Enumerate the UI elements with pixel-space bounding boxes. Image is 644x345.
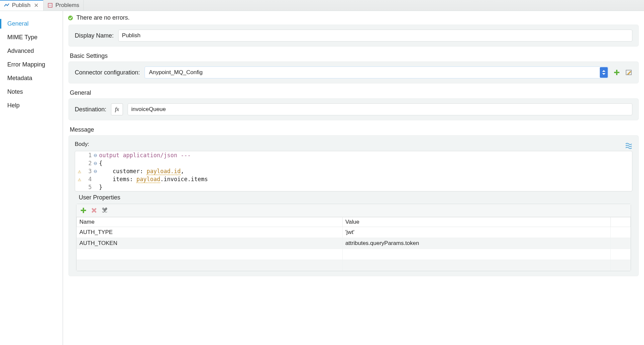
display-name-label: Display Name:: [75, 32, 114, 39]
column-header-name[interactable]: Name: [77, 217, 343, 227]
delete-property-button[interactable]: [90, 207, 98, 214]
tab-publish-label: Publish: [12, 2, 31, 9]
content-pane: There are no errors. Display Name: Basic…: [63, 11, 644, 345]
close-icon[interactable]: ✕: [33, 2, 39, 9]
add-property-button[interactable]: [80, 207, 87, 214]
table-row[interactable]: AUTH_TYPE 'jwt': [77, 227, 631, 238]
destination-input[interactable]: [128, 103, 632, 115]
sidebar-item-metadata[interactable]: Metadata: [0, 71, 62, 85]
fx-button[interactable]: fx: [111, 103, 123, 115]
sidebar-item-advanced[interactable]: Advanced: [0, 44, 62, 58]
general-section-title: General: [63, 88, 644, 98]
tab-problems[interactable]: Problems: [44, 0, 84, 11]
table-row[interactable]: [77, 249, 631, 260]
tools-button[interactable]: [101, 207, 108, 214]
svg-point-2: [51, 5, 51, 6]
svg-point-1: [49, 5, 50, 6]
display-name-group: Display Name:: [68, 25, 639, 47]
tab-publish[interactable]: Publish ✕: [0, 0, 44, 11]
warning-icon: ⚠: [75, 175, 84, 183]
body-label: Body:: [75, 140, 625, 151]
basic-settings-title: Basic Settings: [63, 51, 644, 61]
problems-icon: [48, 3, 53, 8]
user-properties-title: User Properties: [75, 191, 632, 204]
add-config-button[interactable]: [613, 69, 620, 76]
svg-rect-10: [81, 210, 86, 211]
display-name-input[interactable]: [118, 30, 632, 42]
svg-marker-5: [602, 73, 605, 75]
sidebar-item-error-mapping[interactable]: Error Mapping: [0, 58, 62, 71]
message-section-title: Message: [63, 125, 644, 135]
svg-point-3: [68, 15, 73, 20]
tab-problems-label: Problems: [55, 2, 79, 9]
table-row[interactable]: [77, 260, 631, 271]
chevron-updown-icon[interactable]: [600, 67, 608, 78]
connector-config-select[interactable]: Anypoint_MQ_Config: [145, 66, 608, 78]
warning-icon: ⚠: [75, 167, 84, 175]
svg-rect-0: [48, 3, 52, 7]
user-properties-table[interactable]: Name Value AUTH_TYPE 'jwt' AUTH_TOKEN: [76, 217, 631, 271]
status-bar: There are no errors.: [63, 11, 644, 25]
svg-rect-7: [614, 72, 619, 73]
tab-bar: Publish ✕ Problems: [0, 0, 644, 11]
publish-icon: [4, 3, 9, 8]
sidebar-item-general[interactable]: General: [0, 17, 62, 31]
sidebar-item-mime-type[interactable]: MIME Type: [0, 31, 62, 44]
svg-marker-4: [602, 70, 605, 72]
destination-label: Destination:: [75, 106, 106, 113]
message-group: Body: 1⊖output application/json --- 2⊖{ …: [68, 135, 639, 276]
edit-config-button[interactable]: [625, 69, 632, 76]
column-header-value[interactable]: Value: [343, 217, 611, 227]
user-properties-box: Name Value AUTH_TYPE 'jwt' AUTH_TOKEN: [76, 204, 631, 271]
sidebar-item-help[interactable]: Help: [0, 99, 62, 112]
general-group: Destination: fx: [68, 98, 639, 120]
table-row[interactable]: AUTH_TOKEN attributes.queryParams.token: [77, 238, 631, 249]
body-editor[interactable]: 1⊖output application/json --- 2⊖{ ⚠3⊖ cu…: [75, 151, 632, 191]
status-text: There are no errors.: [76, 14, 130, 21]
connector-config-value: Anypoint_MQ_Config: [149, 69, 203, 76]
column-header-spacer: [611, 217, 631, 227]
connector-config-label: Connector configuration:: [75, 69, 140, 76]
sidebar-item-notes[interactable]: Notes: [0, 85, 62, 99]
dataweave-design-icon[interactable]: [625, 142, 632, 149]
ok-check-icon: [68, 15, 73, 21]
basic-settings-group: Connector configuration: Anypoint_MQ_Con…: [68, 61, 639, 83]
sidebar: General MIME Type Advanced Error Mapping…: [0, 11, 63, 345]
